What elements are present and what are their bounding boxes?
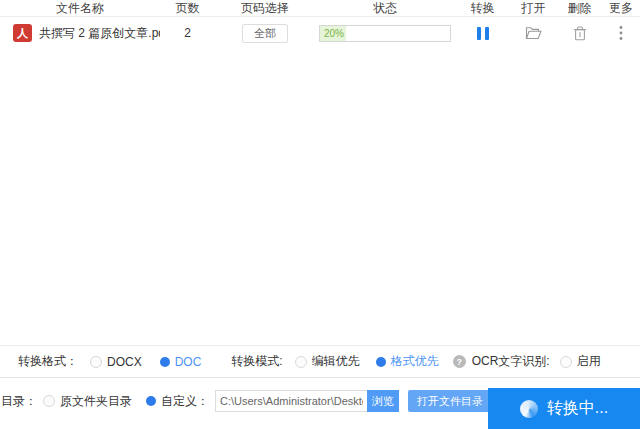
convert-cell [455, 22, 510, 44]
output-path-input[interactable] [215, 390, 367, 412]
open-file-directory-button[interactable]: 打开文件目录 [408, 390, 492, 412]
file-name-cell: 人 共撰写 2 篇原创文章.pdf [0, 24, 160, 42]
delete-button[interactable] [569, 22, 591, 44]
progress-fill: 20% [320, 26, 346, 41]
more-button[interactable] [610, 22, 632, 44]
pdf-file-icon: 人 [13, 24, 32, 42]
column-header-filename: 文件名称 [0, 0, 160, 17]
table-header: 文件名称 页数 页码选择 状态 转换 打开 删除 更多 [0, 0, 640, 17]
open-folder-button[interactable] [523, 22, 545, 44]
column-header-status: 状态 [315, 0, 455, 17]
trash-icon [573, 26, 587, 41]
vertical-dots-icon [619, 25, 623, 41]
radio-ocr-enable[interactable] [560, 356, 572, 368]
dir-option-custom[interactable]: 自定义： [146, 393, 209, 410]
column-header-convert: 转换 [455, 0, 510, 17]
bottom-bar: 目录： 原文件夹目录 自定义： 浏览 打开文件目录 转换中... [0, 377, 640, 429]
file-name: 共撰写 2 篇原创文章.pdf [39, 25, 160, 42]
progress-label: 20% [320, 28, 344, 39]
page-select-cell: 全部 [215, 24, 315, 43]
column-header-more: 更多 [602, 0, 640, 17]
radio-docx[interactable] [90, 356, 102, 368]
pause-icon [477, 27, 489, 40]
pause-button[interactable] [472, 22, 494, 44]
more-cell [602, 22, 640, 44]
column-header-delete: 删除 [557, 0, 602, 17]
page-select-button[interactable]: 全部 [242, 24, 288, 43]
output-directory-group: 目录： 原文件夹目录 自定义： 浏览 打开文件目录 [1, 389, 492, 413]
format-label: 转换格式： [18, 353, 78, 370]
pages-cell: 2 [160, 26, 215, 40]
radio-format-priority[interactable] [376, 357, 386, 367]
progress-bar: 20% [319, 25, 451, 42]
pdf-converter-window: 文件名称 页数 页码选择 状态 转换 打开 删除 更多 人 共撰写 2 篇原创文… [0, 0, 640, 429]
delete-cell [557, 22, 602, 44]
ocr-option-enable[interactable]: 启用 [560, 353, 601, 370]
column-header-open: 打开 [510, 0, 557, 17]
mode-label: 转换模式: [231, 353, 282, 370]
browse-button[interactable]: 浏览 [367, 390, 399, 412]
radio-doc[interactable] [160, 357, 170, 367]
radio-edit-priority[interactable] [295, 356, 307, 368]
help-icon[interactable]: ? [453, 355, 466, 368]
column-header-pages: 页数 [160, 0, 215, 17]
status-cell: 20% [315, 25, 455, 42]
directory-label: 目录： [1, 393, 37, 410]
settings-bar: 转换格式： DOCX DOC 转换模式: 编辑优先 格式优先 ? OCR文字识别… [0, 345, 640, 377]
format-option-doc[interactable]: DOC [160, 355, 202, 369]
folder-open-icon [525, 26, 542, 40]
convert-button-label: 转换中... [547, 398, 608, 419]
table-row: 人 共撰写 2 篇原创文章.pdf 2 全部 20% [0, 17, 640, 49]
dir-option-original[interactable]: 原文件夹目录 [43, 393, 132, 410]
open-cell [510, 22, 557, 44]
radio-custom-dir[interactable] [146, 396, 156, 406]
spinner-icon [520, 400, 538, 418]
column-header-page-select: 页码选择 [215, 0, 315, 17]
ocr-label: OCR文字识别: [472, 353, 550, 370]
mode-option-edit[interactable]: 编辑优先 [295, 353, 360, 370]
radio-original-folder[interactable] [43, 395, 55, 407]
format-option-docx[interactable]: DOCX [90, 355, 142, 369]
mode-option-format[interactable]: 格式优先 [376, 353, 439, 370]
convert-button[interactable]: 转换中... [488, 388, 640, 429]
